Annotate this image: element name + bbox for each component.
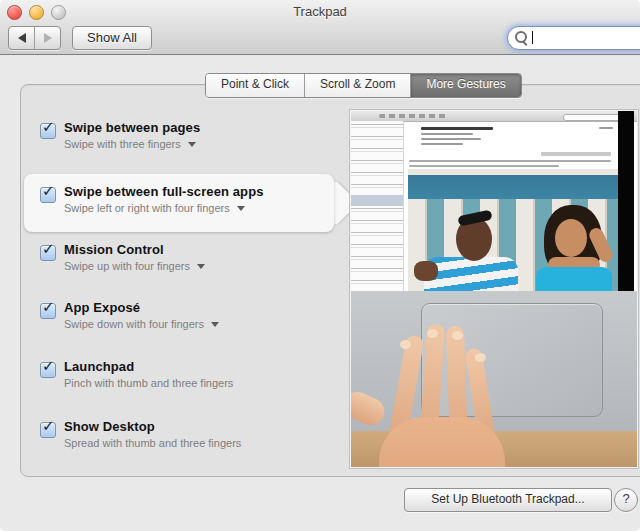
gesture-subtitle-text: Pinch with thumb and three fingers — [64, 377, 233, 389]
show-all-button[interactable]: Show All — [72, 26, 152, 50]
gesture-row-app-expose: ✓ App Exposé Swipe down with four finger… — [40, 300, 340, 346]
gesture-row-swipe-between-pages: ✓ Swipe between pages Swipe with three f… — [40, 120, 340, 166]
tab-point-and-click[interactable]: Point & Click — [206, 74, 304, 97]
gesture-subtitle: Swipe up with four fingers — [64, 260, 190, 272]
traffic-lights — [7, 5, 66, 20]
checkmark-icon: ✓ — [42, 357, 55, 375]
gesture-option-menu[interactable]: Swipe left or right with four fingers — [64, 202, 264, 214]
text-caret — [532, 31, 533, 44]
close-button[interactable] — [7, 5, 22, 20]
history-nav — [8, 26, 61, 50]
fingernail — [452, 331, 463, 340]
gesture-option-menu[interactable]: Swipe down with four fingers — [64, 318, 219, 330]
mail-header-line — [421, 138, 481, 140]
tab-more-gestures[interactable]: More Gestures — [410, 74, 520, 97]
mail-toolbar-buttons — [379, 114, 449, 118]
gesture-title: Launchpad — [64, 359, 233, 374]
screen-recording — [351, 111, 637, 291]
title-bar: Trackpad Show All — [0, 0, 640, 55]
gesture-subtitle-text: Spread with thumb and three fingers — [64, 437, 241, 449]
checkmark-icon: ✓ — [42, 240, 55, 258]
fingernail — [427, 329, 438, 338]
gesture-checkbox[interactable]: ✓ — [40, 187, 56, 203]
search-icon — [515, 31, 527, 43]
gesture-title: Show Desktop — [64, 419, 241, 434]
gesture-title: Mission Control — [64, 242, 205, 257]
photo-woman-face — [555, 219, 587, 257]
gesture-subtitle: Swipe left or right with four fingers — [64, 202, 230, 214]
checkmark-icon: ✓ — [42, 298, 55, 316]
gesture-title: App Exposé — [64, 300, 219, 315]
gesture-checkbox[interactable]: ✓ — [40, 362, 56, 378]
gesture-row-mission-control: ✓ Mission Control Swipe up with four fin… — [40, 242, 340, 288]
next-space-edge — [618, 111, 634, 291]
photo-woman-tank-top — [536, 267, 612, 291]
forward-icon — [44, 33, 52, 43]
mail-body-line — [409, 160, 611, 162]
help-button[interactable]: ? — [614, 488, 638, 512]
gesture-subtitle: Swipe down with four fingers — [64, 318, 204, 330]
search-field[interactable] — [507, 26, 640, 50]
gesture-subtitle: Spread with thumb and three fingers — [64, 437, 241, 449]
chevron-down-icon — [237, 206, 245, 211]
mail-subject-line — [421, 127, 493, 130]
mail-header-line — [421, 133, 473, 135]
checkmark-icon: ✓ — [42, 417, 55, 435]
trackpad-preferences-window: Trackpad Show All Point & Click Scroll &… — [0, 0, 640, 531]
setup-bluetooth-trackpad-button[interactable]: Set Up Bluetooth Trackpad... — [404, 488, 612, 512]
fingernail — [400, 340, 411, 349]
gesture-subtitle: Pinch with thumb and three fingers — [64, 377, 233, 389]
tab-bar: Point & Click Scroll & Zoom More Gesture… — [205, 73, 522, 98]
tab-scroll-and-zoom[interactable]: Scroll & Zoom — [304, 74, 410, 97]
fingernail — [475, 353, 486, 362]
forward-button[interactable] — [34, 27, 60, 49]
gesture-checkbox[interactable]: ✓ — [40, 245, 56, 261]
chevron-down-icon — [211, 322, 219, 327]
mail-body-line — [409, 165, 559, 167]
checkmark-icon: ✓ — [42, 182, 55, 200]
trackpad-camera-view — [351, 291, 637, 467]
gesture-title: Swipe between pages — [64, 120, 200, 135]
minimize-button[interactable] — [29, 5, 44, 20]
mail-message-list — [351, 121, 404, 291]
gesture-checkbox[interactable]: ✓ — [40, 422, 56, 438]
chevron-down-icon — [188, 142, 196, 147]
gesture-row-launchpad: ✓ Launchpad Pinch with thumb and three f… — [40, 359, 340, 405]
checkmark-icon: ✓ — [42, 118, 55, 136]
back-button[interactable] — [9, 27, 34, 49]
gesture-option-menu[interactable]: Swipe up with four fingers — [64, 260, 205, 272]
mail-header-line — [421, 143, 463, 145]
hand-palm — [379, 417, 505, 468]
gesture-checkbox[interactable]: ✓ — [40, 303, 56, 319]
chevron-down-icon — [197, 264, 205, 269]
hand-thumb — [350, 388, 389, 430]
gesture-demo-video — [350, 110, 638, 468]
back-icon — [18, 33, 26, 43]
search-input[interactable] — [534, 29, 640, 45]
mail-selected-message — [351, 195, 403, 206]
gesture-row-show-desktop: ✓ Show Desktop Spread with thumb and thr… — [40, 419, 340, 465]
gesture-subtitle: Swipe with three fingers — [64, 138, 181, 150]
gesture-title: Swipe between full-screen apps — [64, 184, 264, 199]
photo-man-striped-shirt — [424, 257, 518, 291]
gesture-option-menu[interactable]: Swipe with three fingers — [64, 138, 200, 150]
mail-hide-link — [599, 127, 613, 129]
gesture-checkbox[interactable]: ✓ — [40, 123, 56, 139]
photo-man-hand — [414, 261, 438, 281]
zoom-button[interactable] — [51, 5, 66, 20]
email-photo — [408, 169, 618, 291]
gesture-row-swipe-between-fullscreen-apps: ✓ Swipe between full-screen apps Swipe l… — [40, 184, 340, 230]
window-title: Trackpad — [0, 4, 640, 19]
mail-action-buttons — [541, 152, 611, 156]
